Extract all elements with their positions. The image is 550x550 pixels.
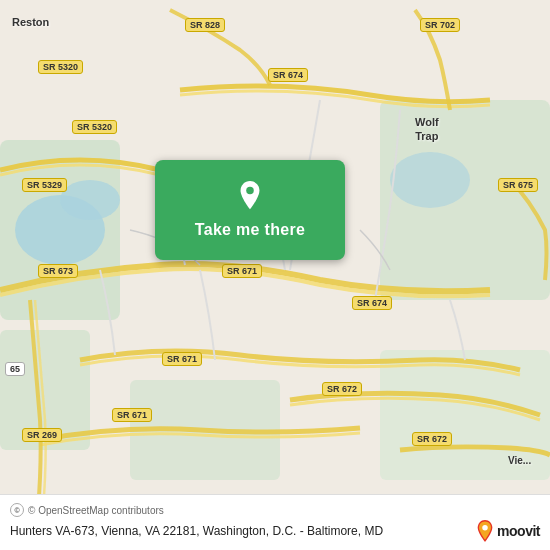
attribution-text: © OpenStreetMap contributors (28, 505, 164, 516)
take-me-there-button[interactable]: Take me there (155, 160, 345, 260)
svg-point-8 (246, 187, 254, 195)
road-badge-sr671b: SR 671 (162, 352, 202, 366)
road-badge-65: 65 (5, 362, 25, 376)
location-pin-icon (236, 181, 264, 215)
place-label-vie: Vie... (508, 455, 531, 466)
road-badge-sr5320b: SR 5320 (72, 120, 117, 134)
map-container: SR 828 SR 702 SR 5320 SR 674 SR 5320 SR … (0, 0, 550, 550)
svg-point-9 (482, 525, 488, 531)
road-badge-sr5320a: SR 5320 (38, 60, 83, 74)
road-badge-sr673a: SR 673 (38, 264, 78, 278)
moovit-logo: moovit (476, 520, 540, 542)
moovit-brand-text: moovit (497, 523, 540, 539)
road-badge-sr675: SR 675 (498, 178, 538, 192)
place-label-wolftrap: WolfTrap (415, 115, 439, 144)
road-badge-sr702: SR 702 (420, 18, 460, 32)
moovit-pin-icon (476, 520, 494, 542)
address-text: Hunters VA-673, Vienna, VA 22181, Washin… (10, 524, 476, 538)
attribution-row: © © OpenStreetMap contributors (10, 503, 540, 517)
road-badge-sr671a: SR 671 (222, 264, 262, 278)
bottom-bar: © © OpenStreetMap contributors Hunters V… (0, 494, 550, 550)
osm-logo: © (10, 503, 24, 517)
road-badge-sr5329: SR 5329 (22, 178, 67, 192)
road-badge-sr674b: SR 674 (352, 296, 392, 310)
address-row: Hunters VA-673, Vienna, VA 22181, Washin… (10, 520, 540, 542)
road-badge-sr269: SR 269 (22, 428, 62, 442)
road-badge-sr672b: SR 672 (412, 432, 452, 446)
map-roads-svg (0, 0, 550, 550)
cta-label: Take me there (195, 221, 305, 239)
place-label-reston: Reston (12, 16, 49, 28)
road-badge-sr674a: SR 674 (268, 68, 308, 82)
road-badge-sr671c: SR 671 (112, 408, 152, 422)
road-badge-sr828: SR 828 (185, 18, 225, 32)
road-badge-sr672a: SR 672 (322, 382, 362, 396)
svg-point-7 (390, 152, 470, 208)
svg-point-6 (60, 180, 120, 220)
